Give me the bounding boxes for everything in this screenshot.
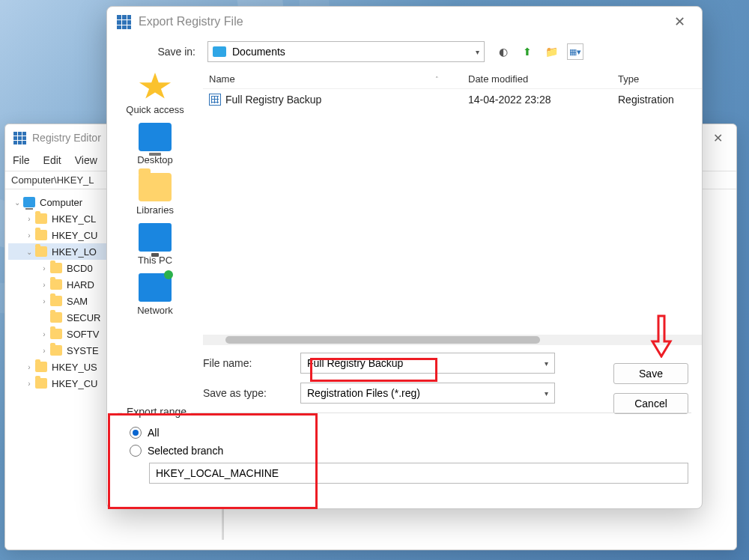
file-list[interactable]: Name˄ Date modified Type Full Registry B… xyxy=(203,70,702,345)
radio-all-label: All xyxy=(148,427,160,439)
menu-edit[interactable]: Edit xyxy=(43,154,61,166)
dialog-titlebar: Export Registry File ✕ xyxy=(107,7,702,37)
regfile-icon xyxy=(209,94,221,106)
savein-row: Save in: Documents ▾ ◐ ⬆ 📁 ▦▾ xyxy=(107,37,702,70)
folder-icon xyxy=(35,246,47,257)
folder-icon xyxy=(35,230,47,240)
column-type[interactable]: Type xyxy=(612,73,702,85)
places-bar: Quick access Desktop Libraries This PC N… xyxy=(107,70,203,345)
regedit-icon xyxy=(13,131,26,144)
file-row[interactable]: Full Registry Backup 14-04-2022 23:28 Re… xyxy=(203,89,702,110)
libraries-icon xyxy=(139,173,172,201)
scrollbar-thumb[interactable] xyxy=(225,336,540,344)
folder-icon xyxy=(50,329,62,339)
nav-back-button[interactable]: ◐ xyxy=(495,43,512,60)
saveas-dropdown[interactable]: Registration Files (*.reg)▾ xyxy=(300,383,555,404)
folder-icon xyxy=(50,345,62,356)
chevron-down-icon[interactable]: ▾ xyxy=(545,389,548,398)
documents-icon xyxy=(213,46,226,57)
savein-dropdown[interactable]: Documents ▾ xyxy=(207,41,485,62)
radio-selected-label: Selected branch xyxy=(148,445,223,457)
radio-all-row[interactable]: All xyxy=(130,427,687,439)
place-thispc[interactable]: This PC xyxy=(138,223,172,266)
radio-selected-row[interactable]: Selected branch xyxy=(130,445,687,457)
dialog-close-button[interactable]: ✕ xyxy=(667,10,693,33)
place-libraries[interactable]: Libraries xyxy=(136,173,174,216)
nav-up-button[interactable]: ⬆ xyxy=(519,43,536,60)
file-list-header[interactable]: Name˄ Date modified Type xyxy=(203,70,702,89)
save-button[interactable]: Save xyxy=(613,363,688,384)
nav-newfolder-button[interactable]: 📁 xyxy=(543,43,560,60)
dialog-title: Export Registry File xyxy=(139,15,243,28)
export-range-group: Export range All Selected branch HKEY_LO… xyxy=(118,413,691,493)
folder-icon xyxy=(50,279,62,290)
nav-viewmenu-button[interactable]: ▦▾ xyxy=(567,43,583,60)
regedit-icon xyxy=(116,14,131,29)
savein-value: Documents xyxy=(232,46,470,58)
desktop-icon xyxy=(139,123,172,151)
folder-icon xyxy=(35,213,47,224)
sort-asc-icon: ˄ xyxy=(435,76,439,83)
export-registry-dialog: Export Registry File ✕ Save in: Document… xyxy=(106,6,703,509)
folder-icon xyxy=(50,312,62,323)
column-date[interactable]: Date modified xyxy=(462,73,612,85)
thispc-icon xyxy=(139,223,172,252)
place-network[interactable]: Network xyxy=(137,273,173,316)
filename-input[interactable]: Full Registry Backup▾ xyxy=(300,353,555,374)
computer-icon xyxy=(23,197,35,207)
network-icon xyxy=(139,273,172,302)
folder-icon xyxy=(50,296,62,306)
chevron-down-icon: ▾ xyxy=(476,48,479,56)
export-range-legend: Export range xyxy=(122,406,191,418)
regedit-title: Registry Editor xyxy=(32,132,101,144)
regedit-close-button[interactable]: ✕ xyxy=(707,128,729,148)
place-quickaccess[interactable]: Quick access xyxy=(126,73,184,115)
place-desktop[interactable]: Desktop xyxy=(137,123,173,165)
savein-label: Save in: xyxy=(118,46,200,58)
folder-icon xyxy=(35,362,47,372)
folder-icon xyxy=(50,263,62,273)
chevron-down-icon[interactable]: ▾ xyxy=(545,359,548,368)
menu-file[interactable]: File xyxy=(13,154,30,166)
folder-icon xyxy=(35,378,47,389)
nav-toolbar: ◐ ⬆ 📁 ▦▾ xyxy=(495,43,583,60)
horizontal-scrollbar[interactable] xyxy=(203,335,702,345)
saveas-label: Save as type: xyxy=(203,387,300,399)
radio-all[interactable] xyxy=(130,427,142,439)
menu-view[interactable]: View xyxy=(75,154,97,166)
radio-selected-branch[interactable] xyxy=(130,445,142,457)
cancel-button[interactable]: Cancel xyxy=(613,393,688,414)
filename-label: File name: xyxy=(203,357,300,369)
column-name[interactable]: Name˄ xyxy=(203,73,462,85)
selected-branch-input[interactable]: HKEY_LOCAL_MACHINE xyxy=(149,463,688,484)
star-icon xyxy=(139,73,172,101)
